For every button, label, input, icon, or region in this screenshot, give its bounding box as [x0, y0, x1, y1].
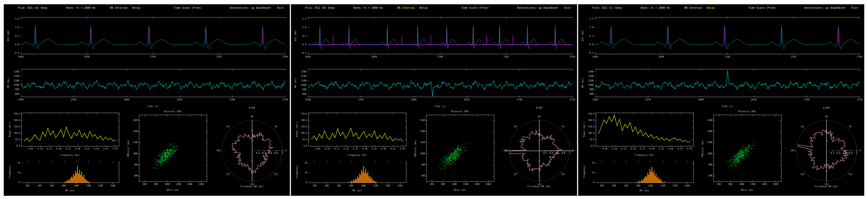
menu-annotations[interactable]: Annotations: up down	[230, 6, 262, 9]
header-file-label: File: ECG (B) Show	[305, 6, 335, 9]
exit-button[interactable]: Exit	[564, 6, 571, 9]
menu-rr-interval[interactable]: RR Interval	[110, 6, 128, 9]
exit-button[interactable]: Exit	[277, 6, 284, 9]
poincare-scatter-chart	[413, 109, 498, 193]
header-file-label: File: ECG (A) Show	[18, 6, 47, 9]
hrv-spectrum-chart	[581, 110, 698, 158]
ecg-strip-chart[interactable]	[579, 11, 863, 64]
panel-middle: File: ECG (B) Show Rate: fs = 1000 Hz RR…	[291, 4, 577, 196]
menu-time-scale[interactable]: Time Scale (Free)	[174, 6, 202, 9]
hrv-spectrum-chart	[294, 110, 410, 158]
menu-delay[interactable]: Delay	[707, 6, 715, 9]
rr-tachogram-chart	[579, 67, 863, 109]
reset-button[interactable]: Reset	[263, 6, 271, 9]
header-file-label: File: ECG (C) Show	[592, 6, 622, 9]
poincare-scatter-chart	[126, 109, 211, 193]
menu-delay[interactable]: Delay	[132, 6, 141, 9]
rr-histogram-chart	[294, 159, 410, 193]
menu-rr-interval[interactable]: RR Interval	[397, 6, 415, 9]
circadian-polar-chart	[501, 105, 576, 195]
poincare-scatter-chart	[700, 109, 785, 193]
rr-tachogram-chart	[5, 67, 289, 109]
header-rate-label: Rate: fs = 1000 Hz	[353, 6, 383, 9]
menu-time-scale[interactable]: Time Scale (Free)	[748, 6, 776, 9]
menu-rr-interval[interactable]: RR Interval	[684, 6, 702, 9]
menu-delay[interactable]: Delay	[420, 6, 428, 9]
hrv-spectrum-chart	[7, 110, 123, 158]
menu-annotations[interactable]: Annotations: up down	[804, 6, 837, 9]
ecg-strip-chart[interactable]	[5, 11, 289, 64]
rr-histogram-chart	[7, 159, 123, 193]
menu-annotations[interactable]: Annotations: up down	[517, 6, 550, 9]
circadian-polar-chart	[788, 105, 863, 195]
reset-button[interactable]: Reset	[837, 6, 845, 9]
ecg-strip-chart[interactable]	[292, 11, 576, 64]
panel-right: File: ECG (C) Show Rate: fs = 1000 Hz RR…	[578, 4, 864, 196]
reset-button[interactable]: Reset	[550, 6, 558, 9]
rr-tachogram-chart	[292, 67, 576, 109]
header-rate-label: Rate: fs = 1000 Hz	[66, 6, 96, 9]
exit-button[interactable]: Exit	[851, 6, 858, 9]
menu-time-scale[interactable]: Time Scale (Free)	[461, 6, 489, 9]
app-window: File: ECG (A) Show Rate: fs = 1000 Hz RR…	[0, 0, 868, 199]
header-rate-label: Rate: fs = 1000 Hz	[641, 6, 670, 9]
rr-histogram-chart	[581, 159, 698, 193]
circadian-polar-chart	[214, 105, 289, 195]
panel-left: File: ECG (A) Show Rate: fs = 1000 Hz RR…	[4, 4, 290, 196]
